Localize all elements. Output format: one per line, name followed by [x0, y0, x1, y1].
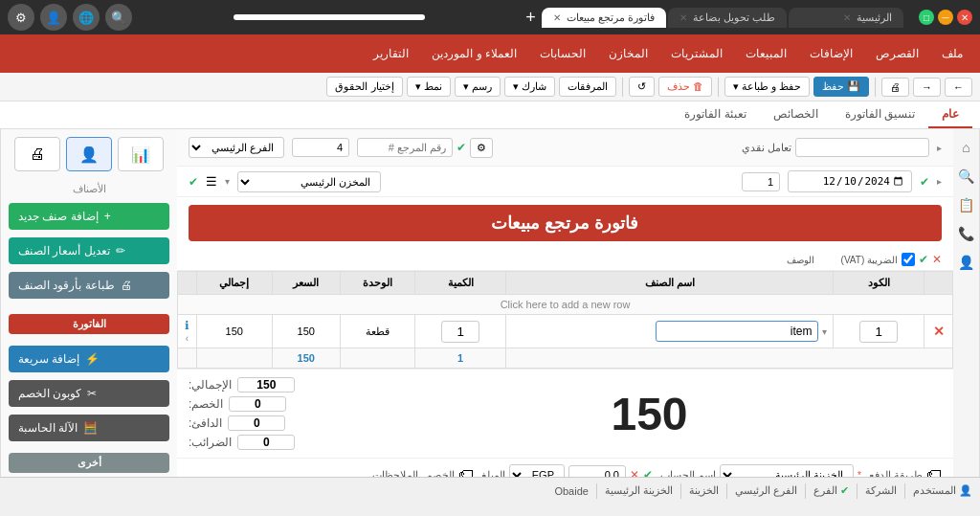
ref-input[interactable]: [357, 138, 453, 157]
browser-icon-4[interactable]: ⚙: [8, 4, 34, 31]
obaide-label: Obaide: [554, 485, 588, 497]
qty-input[interactable]: [292, 138, 349, 157]
tab-invoice-close[interactable]: ✕: [553, 12, 561, 23]
main-branch-label: الفرع الرئيسي: [735, 484, 797, 497]
tab-home[interactable]: الرئيسية ✕: [789, 8, 903, 28]
calculator-icon: 🧮: [83, 421, 98, 435]
sidebar-asnaf-label: الأصناف: [9, 181, 169, 197]
currency-select[interactable]: EGP: [509, 464, 565, 477]
date-qty-input[interactable]: [742, 172, 780, 191]
date-input[interactable]: [788, 170, 912, 192]
nav-qosros[interactable]: القصرص: [866, 43, 928, 64]
vat-remove-icon[interactable]: ✕: [932, 253, 942, 266]
tab-home-close[interactable]: ✕: [843, 12, 851, 23]
browser-icon-1[interactable]: 🔍: [105, 4, 132, 31]
new-tab-button[interactable]: +: [525, 8, 536, 28]
draw-button[interactable]: رسم ▾: [455, 77, 501, 97]
nav-clients[interactable]: العملاء و الموردين: [422, 43, 526, 64]
row-item-input[interactable]: [656, 321, 818, 342]
panel-icon-3[interactable]: 📋: [956, 194, 977, 215]
forward-button[interactable]: →: [913, 78, 941, 97]
user-icon[interactable]: 👤: [956, 252, 977, 273]
tab-fill[interactable]: تعبئة الفاتورة: [671, 101, 759, 128]
tax-input[interactable]: [228, 415, 285, 431]
nav-sales[interactable]: المبيعات: [736, 43, 796, 64]
tab-format[interactable]: تنسيق الفاتورة: [832, 101, 928, 128]
quick-add-button[interactable]: ⚡ إضافة سريعة: [9, 346, 169, 372]
print-btn[interactable]: 🖨: [881, 78, 909, 97]
amount-input[interactable]: [568, 465, 626, 477]
row2-expand[interactable]: ▸: [937, 176, 942, 187]
right-panel: ⌂ 🔍 📋 📞 👤: [953, 129, 980, 477]
back-button[interactable]: ←: [945, 78, 972, 97]
user-status-icon: 👤: [959, 484, 972, 497]
browser-icon-3[interactable]: 👤: [40, 4, 67, 31]
vat-checkbox[interactable]: [902, 253, 915, 266]
account-select[interactable]: الخزينة الرئيسية: [720, 464, 854, 477]
row-info-button[interactable]: ℹ: [185, 319, 189, 332]
nav-accounts[interactable]: الحسابات: [530, 43, 595, 64]
phone-icon[interactable]: 📞: [956, 223, 977, 244]
tab-general[interactable]: عام: [928, 101, 972, 128]
tax2-label: الضرائب:: [189, 436, 232, 449]
tab-transfer[interactable]: طلب تحويل بضاعة ✕: [668, 8, 787, 28]
tax2-input[interactable]: [237, 435, 295, 450]
refresh-button[interactable]: ↺: [629, 77, 655, 97]
url-bar[interactable]: [234, 14, 425, 20]
big-total-display: 150: [357, 377, 942, 450]
tab-properties[interactable]: الخصائص: [760, 101, 832, 128]
maximize-button[interactable]: □: [919, 10, 934, 25]
payment-icon[interactable]: 🏷: [926, 466, 942, 477]
print-barcode-button[interactable]: 🖨 طباعة بأرقود الصنف: [9, 272, 169, 299]
item-dropdown-icon[interactable]: ▾: [822, 326, 827, 337]
row-code-input[interactable]: [859, 321, 898, 343]
nav-reports[interactable]: التقارير: [364, 43, 418, 64]
customer-input[interactable]: [795, 138, 929, 157]
tab-invoice[interactable]: فاتورة مرتجع مبيعات ✕: [542, 8, 666, 28]
close-button[interactable]: ✕: [957, 10, 972, 25]
nav-additions[interactable]: الإضافات: [800, 43, 862, 64]
coupon-button[interactable]: ✂ كوبون الخصم: [9, 380, 169, 407]
tab-transfer-close[interactable]: ✕: [679, 12, 687, 23]
currency-remove-icon[interactable]: ✕: [630, 468, 639, 477]
theme-button[interactable]: نمط ▾: [407, 77, 451, 97]
delete-button[interactable]: 🗑 حذف: [658, 77, 712, 97]
barcode-icon: 🖨: [121, 279, 132, 292]
edit-prices-button[interactable]: ✏ تعديل أسعار الصنف: [9, 237, 169, 264]
row-delete-button[interactable]: ✕: [933, 324, 945, 339]
save-button[interactable]: 💾 حفظ: [813, 77, 869, 97]
save-print-button[interactable]: حفظ و طباعة ▾: [724, 77, 810, 97]
row1-expand[interactable]: ▸: [937, 143, 942, 153]
branch-select[interactable]: الفرع الرئيسي: [189, 137, 284, 158]
nav-file[interactable]: ملف: [932, 43, 972, 64]
sidebar-chart-btn[interactable]: 📊: [118, 137, 164, 171]
add-row-hint-row[interactable]: Click here to add a new row: [178, 295, 953, 315]
home-icon[interactable]: ⌂: [956, 137, 977, 158]
attachments-button[interactable]: المرفقات: [559, 77, 616, 97]
add-item-button[interactable]: + إضافة صنف جديد: [9, 203, 169, 230]
sidebar-print-btn[interactable]: 🖨: [14, 137, 60, 171]
row-qty-input[interactable]: [441, 321, 479, 343]
calculator-button[interactable]: 🧮 الآلة الحاسبة: [9, 415, 169, 441]
add-row-cell[interactable]: Click here to add a new row: [178, 295, 953, 315]
status-sep2: [857, 483, 858, 499]
ref-settings-btn[interactable]: ⚙: [470, 138, 493, 158]
browser-icon-2[interactable]: 🌐: [73, 4, 100, 31]
currency-check-icon: ✔: [643, 468, 653, 477]
minimize-button[interactable]: ─: [938, 10, 953, 25]
share-button[interactable]: شارك ▾: [504, 77, 555, 97]
search-icon[interactable]: 🔍: [956, 166, 977, 187]
discount2-label: الخصم: [426, 469, 455, 478]
sidebar-user-btn[interactable]: 👤: [66, 137, 112, 171]
row-arrow[interactable]: ›: [186, 333, 189, 344]
row2-dropdown[interactable]: ▾: [225, 176, 230, 187]
discount-input[interactable]: [229, 396, 286, 412]
content-area: ▸ تعامل نقدي ⚙ ✔ الفرع الرئيسي ▸: [177, 129, 953, 477]
discount2-icon[interactable]: 🏷: [458, 466, 474, 477]
rights-button[interactable]: إختيار الحقوق: [326, 77, 402, 97]
nav-purchases[interactable]: المشتريات: [661, 43, 732, 64]
warehouse-select[interactable]: المخزن الرئيسي: [237, 171, 381, 192]
nav-warehouses[interactable]: المخازن: [599, 43, 657, 64]
total-input[interactable]: [237, 377, 295, 393]
row2-edit-icon[interactable]: ☰: [206, 174, 217, 189]
